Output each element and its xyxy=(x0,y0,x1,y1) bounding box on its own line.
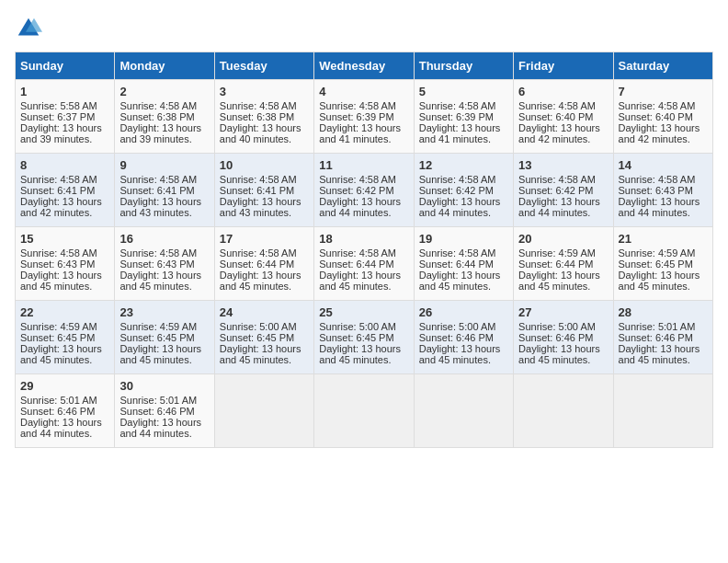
sunrise-2: Sunrise: 4:58 AM xyxy=(119,100,197,111)
daylight-label-15: Daylight: 13 hours and 45 minutes. xyxy=(20,270,102,292)
day-number-5: 5 xyxy=(419,85,508,98)
day-number-24: 24 xyxy=(220,305,309,319)
day-number-11: 11 xyxy=(319,158,408,172)
sunrise-16: Sunrise: 4:58 AM xyxy=(119,247,197,259)
week-row-2: 8 Sunrise: 4:58 AM Sunset: 6:41 PM Dayli… xyxy=(16,154,713,227)
day-number-18: 18 xyxy=(319,232,408,246)
day-cell-6: 6 Sunrise: 4:58 AM Sunset: 6:40 PM Dayli… xyxy=(514,80,613,154)
day-cell-4: 4 Sunrise: 4:58 AM Sunset: 6:39 PM Dayli… xyxy=(314,80,414,154)
day-number-30: 30 xyxy=(119,379,209,393)
sunset-14: Sunset: 6:43 PM xyxy=(619,185,693,196)
day-number-20: 20 xyxy=(518,232,608,246)
daylight-label-18: Daylight: 13 hours and 45 minutes. xyxy=(319,270,401,292)
week-row-5: 29 Sunrise: 5:01 AM Sunset: 6:46 PM Dayl… xyxy=(16,374,713,448)
day-number-26: 26 xyxy=(419,305,508,319)
col-sunday: Sunday xyxy=(16,52,115,80)
day-number-10: 10 xyxy=(220,158,309,172)
logo xyxy=(15,15,48,42)
sunrise-26: Sunrise: 5:00 AM xyxy=(419,321,496,332)
col-thursday: Thursday xyxy=(414,52,513,80)
day-number-12: 12 xyxy=(419,158,508,172)
logo-icon xyxy=(15,15,42,42)
col-tuesday: Tuesday xyxy=(214,52,313,80)
day-cell-16: 16 Sunrise: 4:58 AM Sunset: 6:43 PM Dayl… xyxy=(115,227,214,301)
sunrise-17: Sunrise: 4:58 AM xyxy=(220,247,297,259)
daylight-label-2: Daylight: 13 hours and 39 minutes. xyxy=(119,122,201,144)
sunset-23: Sunset: 6:45 PM xyxy=(119,332,194,343)
sunset-4: Sunset: 6:39 PM xyxy=(319,111,393,122)
day-number-21: 21 xyxy=(619,232,708,246)
col-monday: Monday xyxy=(115,52,214,80)
day-number-13: 13 xyxy=(518,158,608,172)
col-friday: Friday xyxy=(514,52,613,80)
sunrise-7: Sunrise: 4:58 AM xyxy=(619,100,696,111)
daylight-label-21: Daylight: 13 hours and 45 minutes. xyxy=(619,270,700,292)
day-cell-17: 17 Sunrise: 4:58 AM Sunset: 6:44 PM Dayl… xyxy=(214,227,313,301)
sunset-2: Sunset: 6:38 PM xyxy=(119,111,194,122)
daylight-label-22: Daylight: 13 hours and 45 minutes. xyxy=(20,343,102,365)
day-number-7: 7 xyxy=(619,85,708,98)
day-cell-18: 18 Sunrise: 4:58 AM Sunset: 6:44 PM Dayl… xyxy=(314,227,414,301)
daylight-label-1: Daylight: 13 hours and 39 minutes. xyxy=(20,122,102,144)
day-cell-7: 7 Sunrise: 4:58 AM Sunset: 6:40 PM Dayli… xyxy=(613,80,712,154)
daylight-label-3: Daylight: 13 hours and 40 minutes. xyxy=(220,122,301,144)
week-row-1: 1 Sunrise: 5:58 AM Sunset: 6:37 PM Dayli… xyxy=(16,80,713,154)
daylight-label-8: Daylight: 13 hours and 42 minutes. xyxy=(20,196,102,218)
sunrise-28: Sunrise: 5:01 AM xyxy=(619,321,696,332)
day-cell-29: 29 Sunrise: 5:01 AM Sunset: 6:46 PM Dayl… xyxy=(16,374,115,448)
sunset-22: Sunset: 6:45 PM xyxy=(20,332,95,343)
sunset-21: Sunset: 6:45 PM xyxy=(619,259,693,270)
sunset-24: Sunset: 6:45 PM xyxy=(220,332,294,343)
sunrise-29: Sunrise: 5:01 AM xyxy=(20,395,97,406)
day-cell-13: 13 Sunrise: 4:58 AM Sunset: 6:42 PM Dayl… xyxy=(514,154,613,227)
empty-cell xyxy=(214,374,313,448)
sunrise-13: Sunrise: 4:58 AM xyxy=(518,174,596,185)
sunrise-30: Sunrise: 5:01 AM xyxy=(119,395,197,406)
daylight-label-9: Daylight: 13 hours and 43 minutes. xyxy=(119,196,201,218)
day-cell-21: 21 Sunrise: 4:59 AM Sunset: 6:45 PM Dayl… xyxy=(613,227,712,301)
daylight-label-14: Daylight: 13 hours and 44 minutes. xyxy=(619,196,700,218)
sunrise-14: Sunrise: 4:58 AM xyxy=(619,174,696,185)
sunrise-23: Sunrise: 4:59 AM xyxy=(119,321,197,332)
sunset-19: Sunset: 6:44 PM xyxy=(419,259,494,270)
daylight-label-5: Daylight: 13 hours and 41 minutes. xyxy=(419,122,501,144)
daylight-label-23: Daylight: 13 hours and 45 minutes. xyxy=(119,343,201,365)
page-header xyxy=(15,15,713,42)
daylight-label-24: Daylight: 13 hours and 45 minutes. xyxy=(220,343,301,365)
sunset-3: Sunset: 6:38 PM xyxy=(220,111,294,122)
daylight-label-29: Daylight: 13 hours and 44 minutes. xyxy=(20,417,102,439)
sunrise-9: Sunrise: 4:58 AM xyxy=(119,174,197,185)
sunrise-25: Sunrise: 5:00 AM xyxy=(319,321,396,332)
day-number-17: 17 xyxy=(220,232,309,246)
sunset-17: Sunset: 6:44 PM xyxy=(220,259,294,270)
sunrise-22: Sunrise: 4:59 AM xyxy=(20,321,97,332)
week-row-3: 15 Sunrise: 4:58 AM Sunset: 6:43 PM Dayl… xyxy=(16,227,713,301)
sunrise-21: Sunrise: 4:59 AM xyxy=(619,247,696,259)
sunset-13: Sunset: 6:42 PM xyxy=(518,185,593,196)
sunset-8: Sunset: 6:41 PM xyxy=(20,185,95,196)
day-cell-8: 8 Sunrise: 4:58 AM Sunset: 6:41 PM Dayli… xyxy=(16,154,115,227)
daylight-label-4: Daylight: 13 hours and 41 minutes. xyxy=(319,122,401,144)
day-cell-12: 12 Sunrise: 4:58 AM Sunset: 6:42 PM Dayl… xyxy=(414,154,513,227)
sunset-30: Sunset: 6:46 PM xyxy=(119,406,194,417)
sunrise-20: Sunrise: 4:59 AM xyxy=(518,247,596,259)
sunset-1: Sunset: 6:37 PM xyxy=(20,111,95,122)
day-number-6: 6 xyxy=(518,85,608,98)
week-row-4: 22 Sunrise: 4:59 AM Sunset: 6:45 PM Dayl… xyxy=(16,301,713,374)
daylight-label-6: Daylight: 13 hours and 42 minutes. xyxy=(518,122,600,144)
daylight-label-26: Daylight: 13 hours and 45 minutes. xyxy=(419,343,501,365)
day-cell-26: 26 Sunrise: 5:00 AM Sunset: 6:46 PM Dayl… xyxy=(414,301,513,374)
day-number-23: 23 xyxy=(119,305,209,319)
empty-cell xyxy=(613,374,712,448)
day-cell-28: 28 Sunrise: 5:01 AM Sunset: 6:46 PM Dayl… xyxy=(613,301,712,374)
sunset-11: Sunset: 6:42 PM xyxy=(319,185,393,196)
sunset-15: Sunset: 6:43 PM xyxy=(20,259,95,270)
sunset-10: Sunset: 6:41 PM xyxy=(220,185,294,196)
sunrise-1: Sunrise: 5:58 AM xyxy=(20,100,97,111)
day-cell-30: 30 Sunrise: 5:01 AM Sunset: 6:46 PM Dayl… xyxy=(115,374,214,448)
day-number-1: 1 xyxy=(20,85,109,98)
day-number-14: 14 xyxy=(619,158,708,172)
sunset-20: Sunset: 6:44 PM xyxy=(518,259,593,270)
sunrise-18: Sunrise: 4:58 AM xyxy=(319,247,396,259)
daylight-label-13: Daylight: 13 hours and 44 minutes. xyxy=(518,196,600,218)
